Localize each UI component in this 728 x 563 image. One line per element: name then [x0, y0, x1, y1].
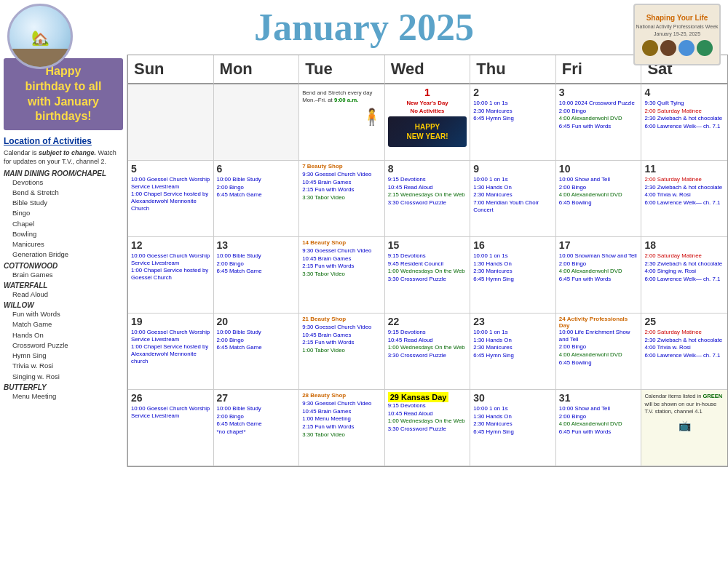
stretch-figure: 🧍 — [302, 108, 381, 127]
header-thu: Thu — [470, 55, 556, 84]
event-17-1: 10:00 Snowman Show and Tell — [559, 252, 638, 260]
cell-jan15: 15 9:15 Devotions 9:45 Resident Council … — [385, 237, 471, 314]
header-title-block: January 2025 — [254, 6, 474, 49]
page-title: January 2025 — [254, 6, 474, 49]
event-29-2: 10:45 Read Aloud — [388, 410, 467, 418]
willow-list: Fun with Words Match Game Hands On Cross… — [4, 309, 123, 382]
event-22-2: 10:45 Read Aloud — [388, 337, 467, 344]
day-15: 15 — [388, 239, 467, 251]
event-3-4: 6:45 Fun with Words — [559, 123, 638, 130]
event-22-1: 9:15 Devotions — [388, 329, 467, 336]
event-23-2: 1:30 Hands On — [473, 337, 553, 344]
cell-jan18: 18 2:00 Saturday Matinee 2:30 Zwiebach &… — [641, 237, 727, 314]
bend-stretch-note: Bend and Stretch every day Mon.–Fri. at … — [302, 89, 381, 103]
willow-hands-on: Hands On — [4, 330, 123, 340]
day-27: 27 — [217, 392, 296, 404]
willow-match-game: Match Game — [4, 319, 123, 330]
cell-jan1: 1 New Year's Day No Activities HAPPYNEW … — [385, 84, 471, 161]
event-4-1: 9:30 Quilt Tying — [644, 100, 724, 107]
event-11-4: 6:00 Lawrence Welk— ch. 7.1 — [644, 199, 724, 207]
willow-label: WILLOW — [4, 301, 123, 309]
day-17: 17 — [559, 239, 638, 251]
event-31-2: 2:00 Bingo — [559, 413, 638, 420]
willow-singing-rosi: Singing w. Rosi — [4, 372, 123, 382]
activity-bible-study: Bible Study — [4, 198, 123, 208]
event-19-1: 10:00 Goessel Church Worship Service Liv… — [131, 329, 210, 343]
event-30-2: 1:30 Hands On — [473, 413, 553, 420]
event-4-4: 6:00 Lawrence Welk— ch. 7.1 — [644, 123, 724, 130]
cell-jan7: 7 Beauty Shop 9:30 Goessel Church Video … — [299, 161, 385, 237]
event-3-2: 2:00 Bingo — [559, 108, 638, 115]
cell-jan19: 19 10:00 Goessel Church Worship Service … — [128, 314, 214, 390]
event-31-4: 6:45 Fun with Words — [559, 428, 638, 436]
day-26: 26 — [131, 392, 210, 404]
day-4: 4 — [644, 87, 724, 98]
event-8-1: 9:15 Devotions — [388, 176, 467, 183]
new-years-image: HAPPYNEW YEAR! — [388, 116, 467, 147]
day-16: 16 — [473, 239, 553, 251]
event-14-2: 10:45 Brain Games — [302, 255, 381, 263]
event-19-2: 1:00 Chapel Service hosted by Alexanderw… — [131, 343, 210, 364]
no-activities-label: No Activities — [388, 108, 467, 115]
event-31-3: 4:00 Alexanderwohl DVD — [559, 420, 638, 428]
event-6-3: 6:45 Match Game — [217, 191, 296, 199]
event-28-2: 10:45 Brain Games — [302, 408, 381, 415]
cell-jan5: 5 10:00 Goessel Church Worship Service L… — [128, 161, 214, 237]
event-28-1: 9:30 Goessel Church Video — [302, 400, 381, 407]
event-29-3: 1:00 Wednesdays On the Web — [388, 418, 467, 425]
day-19: 19 — [131, 316, 210, 327]
snowglobe-decoration: 🏡 — [7, 4, 73, 69]
event-31-1: 10:00 Show and Tell — [559, 405, 638, 412]
cottonwood-label: COTTONWOOD — [4, 262, 123, 270]
event-17-2: 2:00 Bingo — [559, 260, 638, 268]
event-24-4: 6:45 Bowling — [559, 359, 638, 367]
butterfly-menu-meeting: Menu Meeting — [4, 391, 123, 402]
header-mon: Mon — [214, 55, 300, 84]
event-23-3: 2:30 Manicures — [473, 344, 553, 351]
day-13: 13 — [217, 239, 296, 251]
activity-bend-stretch: Bend & Stretch — [4, 188, 123, 198]
event-25-2: 2:30 Zwiebach & hot chocolate — [644, 337, 724, 344]
day-9: 9 — [473, 163, 553, 175]
event-2-2: 2:30 Manicures — [473, 108, 553, 115]
event-28-4: 2:15 Fun with Words — [302, 423, 381, 431]
event-21-3: 2:15 Fun with Words — [302, 339, 381, 346]
event-13-3: 6:45 Match Game — [217, 268, 296, 275]
logo-right: Shaping Your Life National Activity Prof… — [633, 4, 721, 65]
event-16-2: 1:30 Hands On — [473, 260, 553, 268]
event-24-2: 2:00 Bingo — [559, 343, 638, 351]
event-9-4: 7:00 Meridian Youth Choir Concert — [473, 199, 553, 213]
event-11-2: 2:30 Zwiebach & hot chocolate — [644, 184, 724, 191]
activity-chapel: Chapel — [4, 219, 123, 229]
butterfly-label: BUTTERFLY — [4, 383, 123, 391]
event-25-3: 4:00 Trivia w. Rosi — [644, 344, 724, 351]
event-10-4: 6:45 Bowling — [559, 199, 638, 207]
cell-jan11: 11 2:00 Saturday Matinee 2:30 Zwiebach &… — [641, 161, 727, 237]
event-21-2: 10:45 Brain Games — [302, 332, 381, 339]
day-6: 6 — [217, 163, 296, 175]
cell-jan25: 25 2:00 Saturday Matinee 2:30 Zwiebach &… — [641, 314, 727, 390]
event-17-4: 6:45 Fun with Words — [559, 276, 638, 283]
day-14: 14 Beauty Shop — [302, 239, 381, 246]
main-dining-label: MAIN DINING ROOM/CHAPEL — [4, 169, 123, 177]
cell-jan24: 24 Activity Professionals Day 10:00 Life… — [556, 314, 642, 390]
cell-jan13: 13 10:00 Bible Study 2:00 Bingo 6:45 Mat… — [214, 237, 300, 314]
event-11-1: 2:00 Saturday Matinee — [644, 176, 724, 183]
event-7-3: 2:15 Fun with Words — [302, 186, 381, 193]
week-2: 5 10:00 Goessel Church Worship Service L… — [128, 161, 727, 237]
willow-crossword: Crossword Puzzle — [4, 340, 123, 351]
cell-jan28: 28 Beauty Shop 9:30 Goessel Church Video… — [299, 390, 385, 466]
activity-bowling: Bowling — [4, 229, 123, 239]
event-12-2: 1:00 Chapel Service hosted by Goessel Ch… — [131, 267, 210, 281]
event-5-1: 10:00 Goessel Church Worship Service Liv… — [131, 176, 210, 190]
event-7-1: 9:30 Goessel Church Video — [302, 171, 381, 178]
event-16-1: 10:00 1 on 1s — [473, 252, 553, 260]
week-3: 12 10:00 Goessel Church Worship Service … — [128, 237, 727, 314]
birthdays-text: birthdays! — [35, 110, 91, 122]
waterfall-label: WATERFALL — [4, 282, 123, 290]
day-3: 3 — [559, 87, 638, 98]
event-6-1: 10:00 Bible Study — [217, 176, 296, 183]
cell-jan3: 3 10:00 2024 Crossword Puzzle 2:00 Bingo… — [556, 84, 642, 161]
header-sun: Sun — [128, 55, 214, 84]
event-3-3: 4:00 Alexanderwohl DVD — [559, 115, 638, 122]
